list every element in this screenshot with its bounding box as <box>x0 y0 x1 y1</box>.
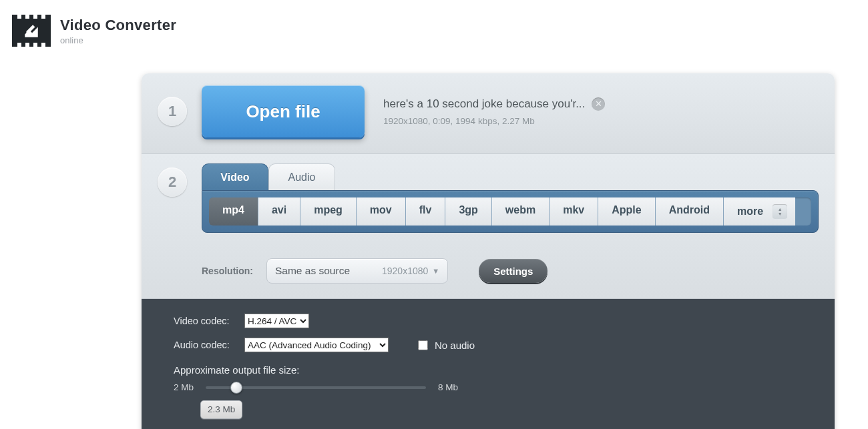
app-subtitle: online <box>60 35 176 45</box>
format-android[interactable]: Android <box>656 197 724 226</box>
size-min: 2 Mb <box>174 382 194 392</box>
chevron-down-icon: ▼ <box>432 267 439 275</box>
advanced-settings: Video codec: H.264 / AVC Audio codec: AA… <box>142 299 835 429</box>
step2-badge: 2 <box>158 167 187 197</box>
audio-codec-select[interactable]: AAC (Advanced Audio Coding) <box>244 338 389 352</box>
format-mkv[interactable]: mkv <box>550 197 598 226</box>
video-codec-select[interactable]: H.264 / AVC <box>244 314 309 328</box>
resolution-label: Resolution: <box>202 266 253 276</box>
media-type-tabs: Video Audio <box>202 163 819 190</box>
main-panel: 1 Open file here's a 10 second joke beca… <box>142 73 835 429</box>
tab-video[interactable]: Video <box>202 163 268 190</box>
size-max: 8 Mb <box>438 382 458 392</box>
format-mp4[interactable]: mp4 <box>209 197 258 226</box>
step2-section: 2 Video Audio mp4 avi mpeg mov flv 3gp w… <box>142 154 835 299</box>
audio-codec-label: Audio codec: <box>174 340 235 350</box>
approx-size-label: Approximate output file size: <box>174 364 803 376</box>
format-apple[interactable]: Apple <box>598 197 655 226</box>
more-stepper-icon[interactable]: ▲▼ <box>773 204 787 219</box>
size-slider[interactable] <box>206 386 426 389</box>
app-logo <box>12 15 51 47</box>
file-name: here's a 10 second joke because you'r... <box>383 97 585 111</box>
resolution-dimensions: 1920x1080 <box>382 266 428 276</box>
current-size-badge: 2.3 Mb <box>200 400 242 419</box>
format-mov[interactable]: mov <box>357 197 406 226</box>
resolution-select[interactable]: Same as source 1920x1080 ▼ <box>266 258 448 284</box>
resolution-value: Same as source <box>275 265 350 277</box>
format-avi[interactable]: avi <box>258 197 300 226</box>
app-title: Video Converter <box>60 17 176 34</box>
settings-button[interactable]: Settings <box>479 259 548 283</box>
format-flv[interactable]: flv <box>406 197 446 226</box>
slider-thumb[interactable] <box>230 382 242 394</box>
open-file-button[interactable]: Open file <box>202 85 365 137</box>
tab-audio[interactable]: Audio <box>268 163 335 190</box>
step1-badge: 1 <box>158 97 187 126</box>
no-audio-label: No audio <box>435 340 475 351</box>
format-more-label: more <box>737 205 763 218</box>
file-meta: 1920x1080, 0:09, 1994 kbps, 2.27 Mb <box>383 116 605 126</box>
format-bar: mp4 avi mpeg mov flv 3gp webm mkv Apple … <box>202 190 819 233</box>
format-mpeg[interactable]: mpeg <box>300 197 357 226</box>
video-codec-label: Video codec: <box>174 316 235 326</box>
format-webm[interactable]: webm <box>492 197 550 226</box>
step1-section: 1 Open file here's a 10 second joke beca… <box>142 73 835 154</box>
file-info: here's a 10 second joke because you'r...… <box>383 97 605 126</box>
remove-file-icon[interactable]: ✕ <box>592 97 605 111</box>
format-3gp[interactable]: 3gp <box>445 197 491 226</box>
format-more[interactable]: more ▲▼ <box>724 197 795 226</box>
no-audio-checkbox[interactable] <box>418 340 428 350</box>
